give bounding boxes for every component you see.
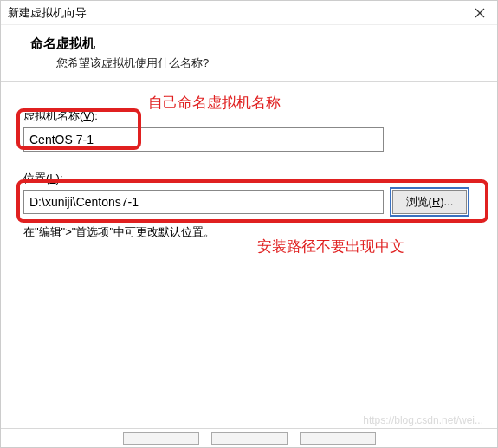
wizard-footer bbox=[1, 428, 497, 447]
label-key: L bbox=[49, 172, 55, 185]
wizard-body: 自己命名虚拟机名称 虚拟机名称(V): 位置(L): 浏览(R)... 在"编辑… bbox=[1, 81, 497, 249]
btn-text-suffix: )... bbox=[440, 195, 453, 208]
vm-name-input[interactable] bbox=[23, 127, 384, 152]
wizard-header: 命名虚拟机 您希望该虚拟机使用什么名称? bbox=[1, 25, 497, 81]
watermark-blog: https://blog.csdn.net/wei... bbox=[363, 414, 483, 426]
label-text: 虚拟机名称( bbox=[23, 109, 83, 122]
footer-button-3[interactable] bbox=[300, 432, 376, 445]
label-key: V bbox=[83, 109, 91, 122]
footer-button-1[interactable] bbox=[123, 432, 199, 445]
vm-name-row bbox=[23, 127, 475, 152]
btn-key: R bbox=[432, 195, 440, 208]
titlebar: 新建虚拟机向导 bbox=[1, 1, 497, 25]
close-button[interactable] bbox=[469, 4, 490, 22]
wizard-subtitle: 您希望该虚拟机使用什么名称? bbox=[30, 55, 482, 71]
close-icon bbox=[475, 8, 485, 18]
browse-button[interactable]: 浏览(R)... bbox=[392, 190, 467, 214]
btn-text: 浏览( bbox=[406, 195, 432, 208]
footer-button-2[interactable] bbox=[211, 432, 288, 445]
vm-location-label: 位置(L): bbox=[23, 171, 475, 186]
wizard-title: 命名虚拟机 bbox=[30, 36, 482, 52]
vm-location-input[interactable] bbox=[23, 190, 384, 214]
label-text: 位置( bbox=[23, 172, 49, 185]
default-location-hint: 在"编辑">"首选项"中可更改默认位置。 bbox=[23, 224, 475, 240]
new-vm-wizard-dialog: 新建虚拟机向导 命名虚拟机 您希望该虚拟机使用什么名称? 自己命名虚拟机名称 虚… bbox=[0, 0, 498, 448]
annotation-name-hint: 自己命名虚拟机名称 bbox=[148, 93, 281, 113]
window-title: 新建虚拟机向导 bbox=[8, 5, 87, 21]
label-text-suffix: ): bbox=[56, 172, 63, 185]
annotation-path-hint: 安装路径不要出现中文 bbox=[257, 237, 404, 256]
label-text-suffix: ): bbox=[91, 109, 98, 122]
vm-location-row: 浏览(R)... bbox=[23, 190, 475, 214]
